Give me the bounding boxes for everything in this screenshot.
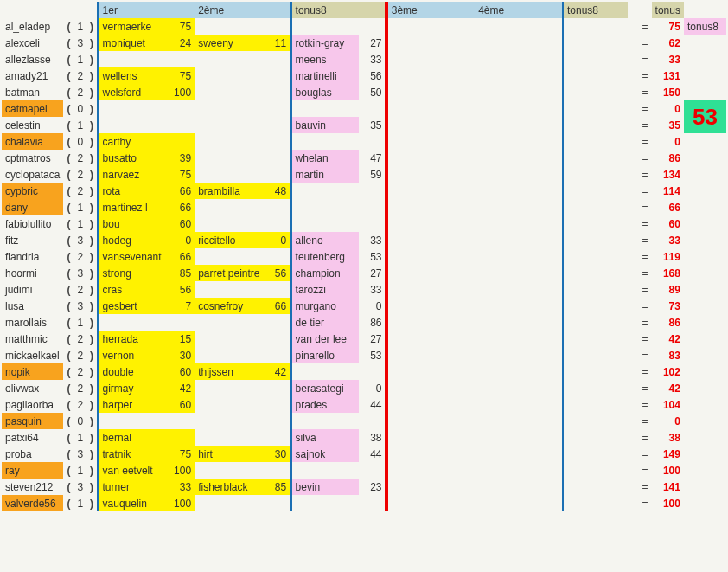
- big-score: 53: [684, 100, 726, 133]
- player-name: judimi: [2, 281, 63, 298]
- row-total: 149: [652, 446, 684, 462]
- header-4eme: 4ème: [475, 2, 538, 18]
- table-row: mickaelkael(2)vernon30pinarello53=83: [2, 347, 726, 363]
- table-row: nopik(2)double60thijssen42=102: [2, 363, 726, 380]
- row-total: 60: [652, 215, 684, 232]
- row-total: 0: [652, 413, 684, 429]
- player-name: mickaelkael: [2, 347, 63, 363]
- side-label-tonus8: tonus8: [684, 18, 726, 35]
- table-row: dany(1)martinez l66=66: [2, 199, 726, 215]
- table-row: olivwax(2)girmay42berasategi0=42: [2, 380, 726, 396]
- header-tonus8-left: tonus8: [292, 2, 360, 18]
- player-name: catmapei: [2, 100, 63, 117]
- header-1er: 1er: [99, 2, 168, 18]
- player-name: fitz: [2, 232, 63, 248]
- player-name: allezlasse: [2, 51, 63, 67]
- table-row: al_eladep(1)vermaerke75=75tonus8: [2, 18, 726, 35]
- row-total: 42: [652, 331, 684, 347]
- player-name: amady21: [2, 67, 63, 84]
- player-name: nopik: [2, 363, 63, 380]
- row-total: 42: [652, 380, 684, 396]
- player-name: dany: [2, 199, 63, 215]
- table-row: patxi64(1)bernalsilva38=38: [2, 429, 726, 446]
- player-name: pasquin: [2, 413, 63, 429]
- player-name: matthmic: [2, 331, 63, 347]
- player-name: chalavia: [2, 133, 63, 150]
- player-name: celestin: [2, 117, 63, 133]
- row-total: 0: [652, 133, 684, 150]
- table-row: chalavia(0)carthy=0: [2, 133, 726, 150]
- player-name: cypbric: [2, 183, 63, 199]
- player-name: steven212: [2, 479, 63, 495]
- player-name: flandria: [2, 248, 63, 265]
- player-name: pagliaorba: [2, 396, 63, 413]
- row-total: 134: [652, 166, 684, 183]
- table-row: allezlasse(1)meens33=33: [2, 51, 726, 67]
- row-total: 168: [652, 265, 684, 281]
- table-row: amady21(2)wellens75martinelli56=131: [2, 67, 726, 84]
- player-name: cptmatros: [2, 150, 63, 166]
- player-name: fabiolullito: [2, 215, 63, 232]
- row-total: 73: [652, 298, 684, 314]
- player-name: batman: [2, 84, 63, 100]
- row-total: 62: [652, 35, 684, 51]
- row-total: 150: [652, 84, 684, 100]
- row-total: 141: [652, 479, 684, 495]
- table-row: cptmatros(2)busatto39whelan47=86: [2, 150, 726, 166]
- header-tonus8-right: tonus8: [564, 2, 628, 18]
- player-name: ray: [2, 462, 63, 479]
- row-total: 35: [652, 117, 684, 133]
- row-total: 38: [652, 429, 684, 446]
- row-total: 33: [652, 232, 684, 248]
- player-name: lusa: [2, 298, 63, 314]
- player-name: patxi64: [2, 429, 63, 446]
- table-header: 1er 2ème tonus8 3ème 4ème tonus8 tonus: [2, 2, 726, 18]
- row-total: 33: [652, 51, 684, 67]
- tonus-table: 1er 2ème tonus8 3ème 4ème tonus8 tonus a…: [2, 2, 726, 511]
- row-total: 83: [652, 347, 684, 363]
- row-total: 104: [652, 396, 684, 413]
- table-row: marollais(1)de tier86=86: [2, 314, 726, 331]
- row-total: 131: [652, 67, 684, 84]
- player-name: olivwax: [2, 380, 63, 396]
- table-body: al_eladep(1)vermaerke75=75tonus8alexceli…: [2, 18, 726, 511]
- table-row: cypbric(2)rota66brambilla48=114: [2, 183, 726, 199]
- table-row: valverde56(1)vauquelin100=100: [2, 495, 726, 511]
- table-row: lusa(3)gesbert7cosnefroy66murgano0=73: [2, 298, 726, 314]
- row-total: 86: [652, 314, 684, 331]
- row-total: 0: [652, 100, 684, 117]
- player-name: proba: [2, 446, 63, 462]
- table-row: fabiolullito(1)bou60=60: [2, 215, 726, 232]
- row-total: 102: [652, 363, 684, 380]
- table-row: hoormi(3)strong85parret peintre56champio…: [2, 265, 726, 281]
- player-name: marollais: [2, 314, 63, 331]
- table-row: pagliaorba(2)harper60prades44=104: [2, 396, 726, 413]
- row-total: 89: [652, 281, 684, 298]
- table-row: pasquin(0)=0: [2, 413, 726, 429]
- row-total: 119: [652, 248, 684, 265]
- table-row: flandria(2)vansevenant66teutenberg53=119: [2, 248, 726, 265]
- row-total: 75: [652, 18, 684, 35]
- table-row: proba(3)tratnik75hirt30sajnok44=149: [2, 446, 726, 462]
- header-2eme: 2ème: [195, 2, 264, 18]
- player-name: cyclopataca: [2, 166, 63, 183]
- table-row: fitz(3)hodeg0riccitello0alleno33=33: [2, 232, 726, 248]
- header-tonus-total: tonus: [652, 2, 684, 18]
- row-total: 66: [652, 199, 684, 215]
- player-name: al_eladep: [2, 18, 63, 35]
- table-row: matthmic(2)herrada15van der lee27=42: [2, 331, 726, 347]
- header-3eme: 3ème: [388, 2, 451, 18]
- player-name: alexceli: [2, 35, 63, 51]
- row-total: 114: [652, 183, 684, 199]
- table-row: judimi(2)cras56tarozzi33=89: [2, 281, 726, 298]
- table-row: cyclopataca(2)narvaez75martin59=134: [2, 166, 726, 183]
- player-name: hoormi: [2, 265, 63, 281]
- row-total: 100: [652, 462, 684, 479]
- table-row: catmapei(0)=053: [2, 100, 726, 117]
- player-name: valverde56: [2, 495, 63, 511]
- table-row: steven212(3)turner33fisherblack85bevin23…: [2, 479, 726, 495]
- row-total: 100: [652, 495, 684, 511]
- table-row: alexceli(3)moniquet24sweeny11rotkin-gray…: [2, 35, 726, 51]
- table-row: ray(1)van eetvelt100=100: [2, 462, 726, 479]
- table-row: celestin(1)bauvin35=35: [2, 117, 726, 133]
